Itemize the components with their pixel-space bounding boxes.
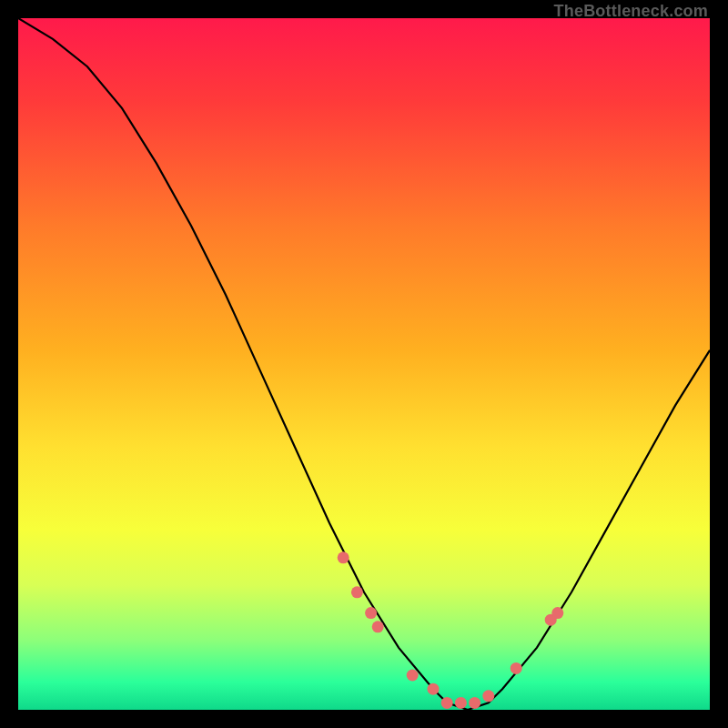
gradient-background — [18, 18, 710, 710]
sample-point — [482, 690, 494, 702]
sample-point — [407, 670, 419, 682]
bottleneck-chart — [18, 18, 710, 710]
sample-point — [469, 697, 480, 709]
sample-point — [338, 551, 349, 563]
sample-point — [551, 607, 563, 619]
sample-point — [428, 683, 440, 695]
sample-point — [372, 621, 384, 632]
plot-area — [18, 18, 710, 710]
sample-point — [511, 662, 522, 674]
sample-point — [441, 697, 453, 709]
sample-point — [455, 697, 467, 709]
chart-frame: TheBottleneck.com — [0, 0, 728, 728]
sample-point — [351, 586, 363, 598]
sample-point — [365, 607, 377, 619]
